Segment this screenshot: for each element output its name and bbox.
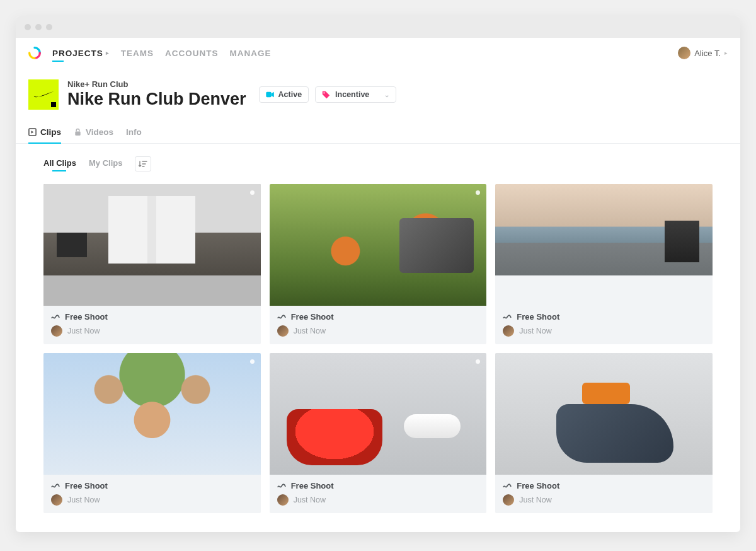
clip-title: Free Shoot [517,312,559,322]
nav-label: MANAGE [230,49,272,58]
clip-title: Free Shoot [291,481,334,490]
window-dot-icon [35,24,42,30]
browser-window: PROJECTS ▸ TEAMS ACCOUNTS MANAGE Alice T… [16,16,740,532]
window-title-bar [16,16,740,38]
squiggle-icon [51,483,60,489]
status-pill: Active [259,86,309,103]
avatar-icon [503,494,514,506]
clip-meta: Free Shoot Just Now [43,475,261,513]
clip-icon [28,128,37,136]
clip-card[interactable]: Free Shoot Just Now [270,184,487,344]
clip-time: Just Now [519,327,551,335]
clip-card[interactable]: Free Shoot Just Now [43,184,261,344]
avatar-icon [503,325,514,337]
app-logo-icon [28,47,41,59]
svg-point-1 [323,92,324,93]
clip-title: Free Shoot [65,312,108,322]
avatar-icon [277,494,289,506]
clip-card[interactable]: Free Shoot Just Now [495,353,713,513]
chevron-down-icon: ⌄ [384,91,389,98]
filter-label: All Clips [43,158,76,168]
top-nav: PROJECTS ▸ TEAMS ACCOUNTS MANAGE Alice T… [16,38,740,64]
nav-accounts[interactable]: ACCOUNTS [165,49,219,58]
status-label: Active [278,90,302,99]
clip-meta: Free Shoot Just Now [270,475,487,513]
avatar-icon [51,325,62,337]
filters-row: All Clips My Clips [16,144,740,175]
tag-label: Incentive [335,90,369,99]
tag-icon [322,91,330,99]
clip-meta: Free Shoot Just Now [495,306,713,344]
svg-rect-0 [266,92,271,97]
filter-all-clips[interactable]: All Clips [43,158,76,170]
project-header: Nike+ Run Club Nike Run Club Denver Acti… [16,64,740,116]
clip-title: Free Shoot [291,312,334,322]
window-dot-icon [46,24,52,30]
caret-right-icon: ▸ [724,50,728,56]
tabs: Clips Videos Info [16,116,740,144]
caret-right-icon: ▸ [106,50,110,56]
status-dot-icon [250,190,255,195]
clip-card[interactable]: Free Shoot Just Now [270,353,487,513]
clip-thumbnail [43,184,261,306]
tab-videos[interactable]: Videos [74,127,113,143]
filter-label: My Clips [89,158,122,168]
clip-time: Just Now [67,496,100,504]
squiggle-icon [277,314,286,320]
filter-my-clips[interactable]: My Clips [89,158,122,170]
nav-projects[interactable]: PROJECTS ▸ [52,49,110,58]
clip-title: Free Shoot [65,481,108,490]
nav-label: PROJECTS [52,49,103,58]
svg-rect-3 [75,132,80,136]
tab-info[interactable]: Info [126,127,142,143]
status-dot-icon [250,359,255,364]
project-title: Nike Run Club Denver [67,90,246,109]
clip-thumbnail [270,353,487,475]
clip-meta: Free Shoot Just Now [270,306,487,344]
tab-label: Videos [86,127,113,137]
user-name: Alice T. [694,49,721,58]
clip-thumbnail [43,353,261,475]
tab-label: Info [126,127,142,137]
user-menu[interactable]: Alice T. ▸ [678,47,728,59]
camera-icon [266,91,275,98]
squiggle-icon [503,483,512,489]
nav-label: ACCOUNTS [165,49,219,58]
clip-time: Just Now [519,496,551,504]
window-dot-icon [25,24,31,30]
squiggle-icon [277,483,286,489]
brand-tile [28,79,59,110]
clip-title: Free Shoot [517,481,559,490]
clips-grid: Free Shoot Just Now Free Shoot Just Now [16,175,740,532]
avatar-icon [277,325,289,337]
sort-icon [139,160,147,168]
clip-meta: Free Shoot Just Now [495,475,713,513]
clip-thumbnail [495,353,713,475]
nike-swoosh-icon [32,90,55,99]
sort-button[interactable] [135,156,151,171]
clip-time: Just Now [67,327,100,335]
tab-label: Clips [40,127,61,137]
nav-manage[interactable]: MANAGE [230,49,272,58]
squiggle-icon [503,314,512,320]
squiggle-icon [51,314,60,320]
clip-card[interactable]: Free Shoot Just Now [495,184,713,344]
status-dot-icon [476,190,480,195]
tag-dropdown[interactable]: Incentive ⌄ [315,86,396,103]
clip-time: Just Now [294,496,326,504]
tab-clips[interactable]: Clips [28,127,61,143]
lock-icon [74,128,82,136]
avatar-icon [678,47,690,59]
clip-thumbnail [495,184,713,306]
clip-thumbnail [270,184,487,306]
clip-time: Just Now [294,327,326,335]
status-dot-icon [476,359,480,364]
nav-teams[interactable]: TEAMS [121,49,154,58]
clip-card[interactable]: Free Shoot Just Now [43,353,261,513]
clip-meta: Free Shoot Just Now [43,306,261,344]
nav-label: TEAMS [121,49,154,58]
avatar-icon [51,494,62,506]
project-parent: Nike+ Run Club [67,80,246,90]
